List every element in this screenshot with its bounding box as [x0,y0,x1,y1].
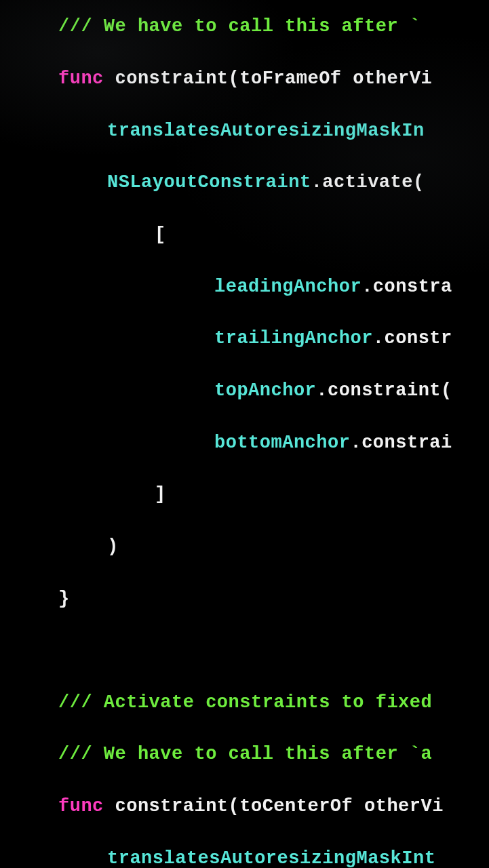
method-call: .constrai [350,433,452,453]
bracket-close: ] [155,484,166,505]
code-line[interactable]: func constraint(toFrameOf otherVi [0,66,489,92]
anchor-ref: bottomAnchor [214,433,350,453]
method-call: .activate( [311,172,425,193]
anchor-ref: trailingAnchor [214,328,373,349]
method-call: .constra [361,277,452,297]
code-line[interactable]: NSLayoutConstraint.activate( [0,170,489,195]
anchor-ref: topAnchor [214,380,316,401]
func-signature: constrai [104,796,206,816]
code-line[interactable]: leadingAnchor.constra [0,274,489,300]
code-line[interactable]: [ [0,222,489,248]
anchor-ref: leadingAnchor [214,277,361,297]
method-call: .constr [373,328,452,349]
code-editor[interactable]: /// We have to call this after ` func co… [0,0,489,868]
bracket-open: [ [155,224,166,245]
code-line[interactable]: trailingAnchor.constr [0,326,489,351]
code-line[interactable]: func constraint(toCenterOf otherVi [0,793,489,819]
paren-close: ) [107,536,119,557]
code-line[interactable]: /// We have to call this after ` [0,14,489,39]
method-call: .constraint( [316,380,452,401]
property-ref: translatesAutoresizingMaskInt [107,848,435,869]
code-line[interactable]: translatesAutoresizingMaskInt [0,846,489,869]
code-line[interactable]: bottomAnchor.constrai [0,430,489,456]
text-cursor-position: n [206,796,217,816]
code-line[interactable]: translatesAutoresizingMaskIn [0,118,489,144]
code-line[interactable]: ] [0,481,489,507]
code-line[interactable]: topAnchor.constraint( [0,378,489,403]
code-line[interactable]: /// Activate constraints to fixed [0,690,489,715]
type-ref: NSLayoutConstraint [107,172,311,193]
func-signature: t(toCenterOf otherVi [217,796,444,816]
blank-line[interactable] [0,637,489,663]
doc-comment: /// We have to call this after ` [58,16,420,37]
property-ref: translatesAutoresizingMaskIn [107,121,425,141]
code-line[interactable]: } [0,586,489,612]
doc-comment: /// We have to call this after `a [58,744,432,764]
code-line[interactable]: /// We have to call this after `a [0,741,489,767]
code-line[interactable]: ) [0,534,489,559]
doc-comment: /// Activate constraints to fixed [58,692,432,713]
keyword-func: func [58,796,104,816]
func-signature: constraint(toFrameOf otherVi [104,68,432,89]
brace-close: } [58,589,70,609]
keyword-func: func [58,68,104,89]
